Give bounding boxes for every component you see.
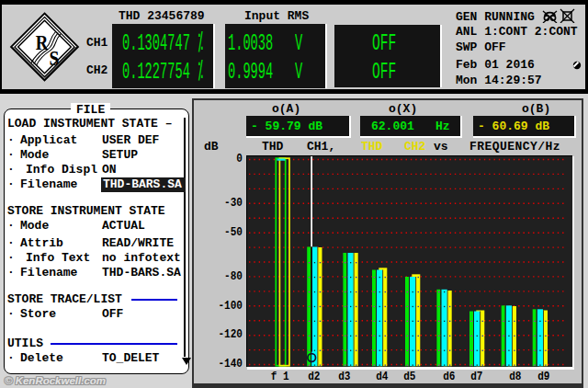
svg-text:R: R <box>36 29 49 54</box>
svg-text:S: S <box>50 45 60 70</box>
